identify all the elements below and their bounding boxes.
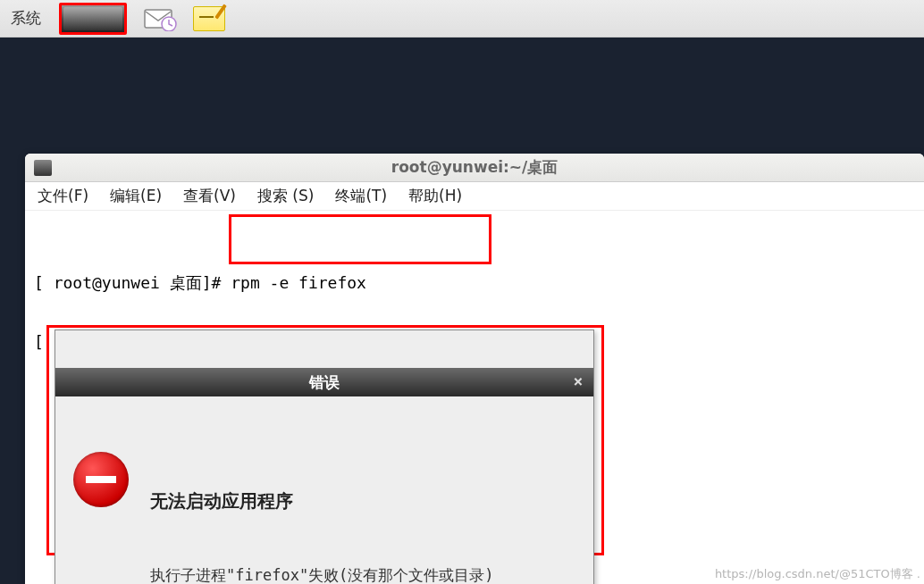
menu-terminal[interactable]: 终端(T)	[335, 186, 387, 206]
menu-view[interactable]: 查看(V)	[183, 186, 236, 206]
command-highlight-box	[229, 214, 491, 264]
menu-edit[interactable]: 编辑(E)	[110, 186, 162, 206]
note-icon[interactable]	[193, 6, 225, 31]
error-text-block: 无法启动应用程序 执行子进程"firefox"失败(没有那个文件或目录)	[150, 452, 572, 584]
terminal-window: root@yunwei:~/桌面 文件(F) 编辑(E) 查看(V) 搜索 (S…	[25, 154, 924, 584]
error-icon	[73, 452, 129, 507]
terminal-title-icon	[34, 160, 52, 176]
terminal-taskbar-icon[interactable]	[59, 3, 127, 35]
watermark: https://blog.csdn.net/@51CTO博客 .	[715, 566, 920, 582]
terminal-line-1: [ root@yunwei 桌面]# rpm -e firefox	[34, 272, 915, 294]
error-message: 执行子进程"firefox"失败(没有那个文件或目录)	[150, 565, 572, 584]
menu-file[interactable]: 文件(F)	[38, 186, 88, 206]
error-body: 无法启动应用程序 执行子进程"firefox"失败(没有那个文件或目录)	[55, 434, 593, 584]
error-heading: 无法启动应用程序	[150, 489, 572, 513]
system-menu[interactable]: 系统	[0, 8, 52, 29]
menu-help[interactable]: 帮助(H)	[408, 186, 462, 206]
error-dialog-highlight: 错误 × 无法启动应用程序 执行子进程"firefox"失败(没有那个文件或目录…	[46, 325, 604, 555]
terminal-content[interactable]: [ root@yunwei 桌面]# rpm -e firefox [ root…	[25, 211, 924, 584]
error-dialog: 错误 × 无法启动应用程序 执行子进程"firefox"失败(没有那个文件或目录…	[55, 330, 594, 584]
mail-icon[interactable]	[143, 6, 177, 31]
error-title: 错误	[309, 372, 340, 393]
menu-search[interactable]: 搜索 (S)	[257, 186, 314, 206]
taskbar: 系统	[0, 0, 924, 38]
close-icon[interactable]: ×	[570, 373, 586, 389]
terminal-title: root@yunwei:~/桌面	[391, 157, 558, 178]
terminal-menubar: 文件(F) 编辑(E) 查看(V) 搜索 (S) 终端(T) 帮助(H)	[25, 182, 924, 211]
error-titlebar[interactable]: 错误 ×	[55, 368, 593, 396]
terminal-titlebar: root@yunwei:~/桌面	[25, 154, 924, 182]
